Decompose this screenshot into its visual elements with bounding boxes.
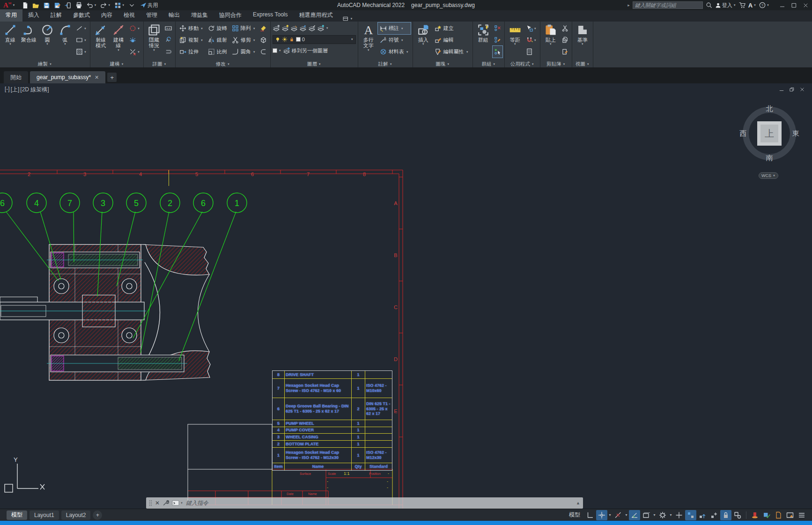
isodraft-flyout[interactable]: ▼ [669, 513, 673, 517]
panel-label-剪貼簿[interactable]: 剪貼簿▼ [541, 60, 571, 67]
undo-button[interactable]: ▼ [84, 0, 98, 10]
hide-situation-button[interactable]: 隱藏情況▼ [146, 22, 162, 52]
stretch-button[interactable]: 拉伸 [177, 46, 205, 58]
copy-clip-button[interactable] [560, 34, 570, 46]
store-cart-icon[interactable] [739, 2, 746, 8]
quick-select-button[interactable]: ▼ [524, 22, 538, 34]
fillet-button[interactable]: 圓角▼ [230, 46, 258, 58]
layer-tool-1-button[interactable] [273, 24, 280, 32]
layout-tab-模型[interactable]: 模型 [7, 510, 27, 520]
group-edit-button[interactable] [493, 34, 502, 46]
help-icon[interactable]: ? ▼ [759, 2, 769, 8]
construction-point-button[interactable] [128, 34, 141, 46]
new-file-tab-button[interactable]: + [107, 73, 117, 82]
status-model-button[interactable]: 模型 [569, 511, 580, 519]
plot-button[interactable] [74, 0, 84, 10]
doc-minimize-button[interactable] [779, 87, 784, 92]
drawing-standards-toggle[interactable] [749, 510, 760, 520]
command-line[interactable]: ✕ ▼ 鍵入指令 ▲ [146, 497, 583, 509]
ribbon-tab-內容[interactable]: 內容 [96, 9, 118, 22]
create-block-button[interactable]: 建立 [433, 22, 471, 34]
isodraft-toggle[interactable] [657, 510, 668, 520]
insert-block-button[interactable]: 插入▼ [415, 22, 432, 46]
bulb-icon[interactable] [275, 37, 281, 42]
erase-construction-button[interactable]: ▼ [128, 46, 141, 58]
copy-with-base-point-button[interactable] [560, 46, 570, 58]
mirror-button[interactable]: 鏡射 [206, 34, 229, 46]
ribbon-tab-常用[interactable]: 常用 [0, 9, 22, 22]
share-button[interactable]: 共用 [140, 2, 158, 9]
signin-button[interactable]: 登入 ▼ [715, 2, 736, 9]
save-as-button[interactable] [52, 0, 63, 10]
graphics-performance-toggle[interactable] [784, 510, 796, 520]
doc-restore-button[interactable] [790, 87, 794, 92]
arc-button[interactable]: 弧▼ [57, 22, 74, 46]
doc-close-button[interactable] [800, 87, 805, 92]
rotate-button[interactable]: 旋轉 [206, 22, 229, 34]
lock-icon[interactable] [289, 37, 295, 42]
scale-button[interactable]: 比例 [206, 46, 229, 58]
ribbon-tab-檢視[interactable]: 檢視 [118, 9, 140, 22]
ribbon-tab-管理[interactable]: 管理 [140, 9, 163, 22]
panel-label-圖塊[interactable]: 圖塊▼ [414, 60, 472, 67]
symbol-button[interactable]: A符號▼ [378, 34, 411, 46]
command-prompt-icon[interactable]: ▼ [172, 500, 183, 506]
drawing-area[interactable]: 2345678ABCDE [0, 83, 812, 509]
command-grip-icon[interactable] [149, 499, 152, 507]
viewcube-north[interactable]: 北 [766, 104, 773, 113]
ray-mode-button[interactable]: 射線模式 [92, 22, 109, 49]
layer-tool-6-button[interactable] [317, 24, 325, 32]
window-minimize-button[interactable] [780, 3, 785, 8]
edit-attributes-button[interactable]: 編輯屬性▼ [433, 46, 471, 58]
wcs-badge[interactable]: WCS▼ [759, 172, 778, 179]
ribbon-tab-精選應用程式[interactable]: 精選應用程式 [293, 9, 338, 22]
base-view-button[interactable]: 基準▼ [574, 22, 591, 46]
viewcube-south[interactable]: 南 [766, 154, 773, 163]
line-button[interactable]: 直線▼ [2, 22, 19, 46]
command-history-toggle[interactable]: ▲ [576, 501, 580, 505]
move-to-layer-label[interactable]: 移到另一個圖層 [292, 47, 328, 54]
command-close-icon[interactable]: ✕ [155, 500, 160, 506]
panel-label-群組[interactable]: 群組▼ [474, 60, 503, 67]
search-input[interactable]: 鍵入關鍵字或詞組 [633, 1, 703, 9]
panel-label-詳圖[interactable]: 詳圖▼ [145, 60, 174, 67]
drafting-settings-toggle[interactable] [584, 510, 596, 520]
detail-view-button[interactable]: A [163, 34, 173, 46]
section-view-button[interactable]: A-A [163, 22, 173, 34]
snap-mode-toggle[interactable] [613, 510, 624, 520]
workspace-switch-button[interactable]: ▼ [112, 0, 126, 10]
viewcube-west[interactable]: 西 [739, 129, 746, 138]
viewport-view-control[interactable]: [上] [11, 86, 20, 94]
search-expand-icon[interactable]: ▸ [627, 3, 630, 7]
viewport-visual-style[interactable]: [2D 線架構] [20, 86, 49, 94]
panel-label-繪製[interactable]: 繪製▼ [1, 60, 89, 67]
ortho-mode-toggle[interactable] [629, 510, 640, 520]
draw-more-button[interactable]: ▼ [74, 22, 88, 34]
qat-customize-button[interactable] [126, 0, 137, 10]
sun-icon[interactable] [282, 37, 288, 42]
viewcube-east[interactable]: 東 [792, 129, 799, 138]
snap-mode-flyout[interactable]: ▼ [624, 513, 628, 517]
join-button[interactable] [258, 46, 268, 58]
panel-label-修改[interactable]: 修改▼ [177, 60, 269, 67]
move-button[interactable]: 移動▼ [177, 22, 205, 34]
ribbon-tab-增益集[interactable]: 增益集 [185, 9, 214, 22]
polar-tracking-flyout[interactable]: ▼ [652, 513, 657, 517]
layout-tab-Layout1[interactable]: Layout1 [30, 510, 59, 520]
parts-list-button[interactable]: 材料表▼ [378, 46, 411, 58]
explode-button[interactable] [258, 34, 268, 46]
new-layout-button[interactable]: + [93, 510, 102, 520]
logo-caret-icon[interactable]: ▼ [12, 4, 15, 7]
panel-label-建構[interactable]: 建構▼ [91, 60, 142, 67]
layer-tool-4-button[interactable] [299, 24, 307, 32]
layer-quick-swatch[interactable] [273, 48, 277, 53]
ribbon-tab-插入[interactable]: 插入 [22, 9, 45, 22]
dynamic-input-flyout[interactable]: ▼ [608, 513, 612, 517]
edit-block-button[interactable]: 編輯 [433, 34, 471, 46]
isolate-objects-toggle[interactable] [732, 510, 743, 520]
dynamic-input-toggle[interactable] [596, 510, 607, 520]
viewport-menu[interactable]: [-] [5, 86, 10, 94]
workspace-status-toggle[interactable] [761, 510, 772, 520]
ribbon-tab-輸出[interactable]: 輸出 [163, 9, 185, 22]
polar-tracking-toggle[interactable] [641, 510, 652, 520]
